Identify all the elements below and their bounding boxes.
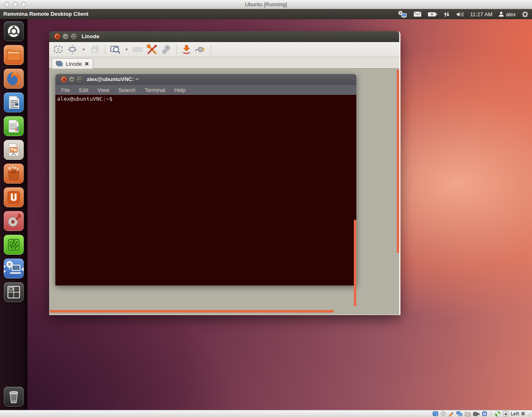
running-indicator-arrow bbox=[4, 270, 6, 273]
menu-file[interactable]: File bbox=[61, 87, 70, 93]
remmina-minimize-button[interactable] bbox=[62, 33, 69, 40]
remmina-maximize-button[interactable] bbox=[71, 33, 77, 40]
remote-desktop-viewport[interactable]: alex@ubuntuVNC: ~ File Edit View Search … bbox=[49, 69, 399, 315]
mouse-integration-icon[interactable] bbox=[495, 411, 501, 417]
keyboard-capture-icon[interactable] bbox=[503, 411, 509, 417]
launcher-item-software-center[interactable] bbox=[4, 164, 24, 184]
unity-launcher bbox=[0, 19, 27, 410]
launcher-item-files-folder[interactable] bbox=[4, 45, 24, 65]
menu-terminal[interactable]: Terminal bbox=[145, 87, 165, 93]
scale-mode-button[interactable] bbox=[109, 44, 121, 55]
audio-icon[interactable] bbox=[448, 411, 454, 417]
focused-indicator-arrow bbox=[21, 267, 24, 271]
chevron-down-icon: ▾ bbox=[125, 47, 127, 52]
virtualbox-vm-window: Ubuntu [Running] Remmina Remote Desktop … bbox=[0, 0, 532, 417]
terminal-content[interactable]: alex@ubuntuVNC:~$ bbox=[55, 95, 356, 285]
remmina-window: Linode 1 ▾ ▾ bbox=[49, 31, 400, 315]
svg-text:1: 1 bbox=[57, 47, 60, 52]
launcher-item-ubuntu-green-app[interactable] bbox=[4, 235, 24, 255]
launcher-item-dash-home[interactable] bbox=[4, 21, 24, 41]
launcher-item-remmina[interactable] bbox=[4, 258, 24, 278]
remmina-toolbar: 1 ▾ ▾ bbox=[49, 42, 399, 57]
toolbar-separator bbox=[211, 45, 211, 54]
remote-desktop-icon bbox=[56, 61, 63, 67]
network-arrows-icon[interactable] bbox=[443, 9, 450, 19]
remmina-applet-icon[interactable] bbox=[398, 9, 408, 19]
toolbar-separator bbox=[105, 45, 105, 54]
optical-disc-icon[interactable] bbox=[440, 411, 446, 417]
vm-titlebar: Ubuntu [Running] bbox=[0, 0, 532, 9]
terminal-maximize-button[interactable] bbox=[77, 76, 83, 82]
launcher-item-libreoffice-writer[interactable] bbox=[4, 92, 24, 112]
shared-folders-icon[interactable] bbox=[465, 411, 471, 417]
mail-icon[interactable] bbox=[413, 9, 422, 19]
menu-edit[interactable]: Edit bbox=[79, 87, 88, 93]
terminal-menubar: File Edit View Search Terminal Help bbox=[55, 85, 356, 95]
battery-icon[interactable] bbox=[428, 9, 438, 19]
active-app-title: Remmina Remote Desktop Client bbox=[3, 11, 88, 17]
duplicate-connection-button[interactable] bbox=[89, 44, 101, 55]
resize-grip[interactable] bbox=[527, 412, 532, 417]
disconnect-button[interactable] bbox=[195, 44, 206, 55]
viewport-horizontal-scrollbar[interactable] bbox=[50, 310, 334, 313]
host-key-label: Left ⌘ bbox=[511, 411, 525, 417]
menu-search[interactable]: Search bbox=[118, 87, 135, 93]
terminal-window-title: alex@ubuntuVNC: ~ bbox=[87, 76, 139, 82]
vbox-statusbar: Left ⌘ bbox=[0, 410, 532, 417]
user-menu[interactable]: alex bbox=[498, 9, 516, 19]
terminal-minimize-button[interactable] bbox=[69, 76, 75, 82]
clock[interactable]: 11:27 AM bbox=[470, 11, 492, 17]
remmina-titlebar[interactable]: Linode bbox=[49, 31, 399, 42]
toolbar-separator bbox=[176, 45, 177, 54]
minimize-connection-button[interactable] bbox=[181, 44, 192, 55]
user-name: alex bbox=[506, 11, 516, 17]
wallpaper: Linode 1 ▾ ▾ bbox=[0, 19, 532, 410]
menu-view[interactable]: View bbox=[97, 87, 109, 93]
display-icon[interactable] bbox=[473, 411, 480, 417]
tools-button[interactable] bbox=[146, 44, 158, 55]
launcher-item-firefox[interactable] bbox=[4, 69, 24, 89]
usb-icon[interactable] bbox=[482, 411, 487, 417]
launcher-item-ubuntu-one[interactable] bbox=[4, 187, 24, 207]
remmina-tabbar: Linode ✖ bbox=[49, 57, 399, 69]
launcher-item-system-settings[interactable] bbox=[4, 211, 24, 231]
launcher-item-libreoffice-calc[interactable] bbox=[4, 116, 24, 136]
session-gear-icon[interactable] bbox=[522, 9, 529, 19]
statusbar-separator bbox=[491, 411, 491, 416]
viewport-vertical-scrollbar[interactable] bbox=[397, 70, 399, 253]
user-icon bbox=[498, 11, 504, 17]
launcher-item-workspace-switcher[interactable] bbox=[4, 282, 24, 302]
scale-options-dropdown[interactable]: ▾ bbox=[124, 44, 129, 55]
launcher-item-libreoffice-impress[interactable] bbox=[4, 140, 24, 160]
terminal-close-button[interactable] bbox=[61, 76, 67, 82]
shell-prompt: alex@ubuntuVNC:~$ bbox=[57, 96, 355, 102]
terminal-scrollbar[interactable] bbox=[354, 220, 356, 306]
fullscreen-options-dropdown[interactable]: ▾ bbox=[81, 44, 87, 55]
fullscreen-button[interactable] bbox=[67, 44, 78, 55]
launcher-item-trash[interactable] bbox=[4, 387, 24, 407]
preferences-gears-button[interactable] bbox=[160, 44, 172, 55]
tab-label: Linode bbox=[66, 61, 82, 67]
network-adapters-icon[interactable] bbox=[456, 411, 462, 417]
chevron-down-icon: ▾ bbox=[82, 47, 85, 52]
terminal-titlebar[interactable]: alex@ubuntuVNC: ~ bbox=[55, 74, 356, 85]
remmina-window-title: Linode bbox=[82, 33, 99, 40]
remmina-close-button[interactable] bbox=[54, 33, 60, 40]
menu-help[interactable]: Help bbox=[174, 87, 186, 93]
unity-panel: Remmina Remote Desktop Client 11:27 AM a… bbox=[0, 9, 532, 19]
tab-close-button[interactable]: ✖ bbox=[85, 61, 89, 67]
vm-window-title: Ubuntu [Running] bbox=[0, 1, 532, 7]
grab-keyboard-button[interactable] bbox=[132, 44, 144, 55]
fit-window-button[interactable]: 1 bbox=[52, 44, 64, 55]
tab-linode[interactable]: Linode ✖ bbox=[52, 58, 93, 69]
running-indicator-arrow bbox=[4, 265, 6, 268]
volume-icon[interactable] bbox=[456, 9, 464, 19]
harddisk-icon[interactable] bbox=[433, 411, 438, 417]
terminal-window: alex@ubuntuVNC: ~ File Edit View Search … bbox=[55, 74, 356, 285]
